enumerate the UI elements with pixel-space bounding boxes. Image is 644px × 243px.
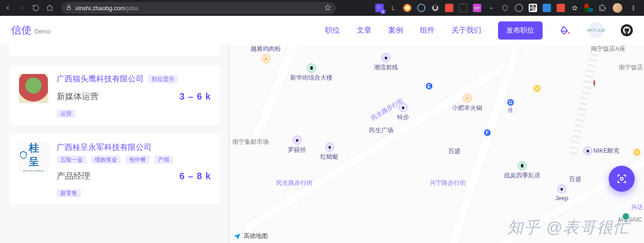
browser-toolbar: xinshi.zhaobg.com/jobs 6 L RP ❧ ✿: [0, 0, 644, 16]
nav-cases[interactable]: 案例: [388, 26, 403, 35]
svg-point-9: [568, 32, 570, 34]
kebab-menu-icon[interactable]: [628, 3, 638, 13]
job-card-prev-stub[interactable]: [9, 45, 220, 57]
brand-sub: Demo: [34, 28, 51, 35]
scan-fab-button[interactable]: [609, 166, 635, 192]
extensions-puzzle-icon[interactable]: [598, 4, 607, 12]
map-road-dashed: [569, 45, 606, 156]
main-split: 广西猫头鹰科技有限公司 职位晋升 新媒体运营 3 – 6 k 运营 桂呈 GUI…: [0, 45, 644, 243]
map-poi[interactable]: 潮流前线: [374, 53, 398, 72]
profile-avatar[interactable]: [612, 3, 623, 13]
perk-badge: 包中餐: [126, 155, 150, 164]
brand[interactable]: 信使 Demo: [11, 23, 51, 37]
ext-grid-icon[interactable]: [584, 4, 593, 12]
svg-point-12: [466, 98, 468, 99]
svg-point-7: [633, 7, 634, 8]
nav-articles[interactable]: 文章: [357, 26, 372, 35]
perk-badge: 产假: [154, 155, 173, 164]
company-logo: [19, 74, 48, 103]
lock-icon: [66, 5, 72, 12]
nav-about[interactable]: 关于我们: [451, 26, 481, 35]
ext-red-icon[interactable]: [445, 4, 453, 12]
home-button[interactable]: [45, 3, 55, 13]
ext-flower-icon[interactable]: ✿: [571, 4, 579, 12]
map-label: 南宁饭店: [619, 63, 643, 72]
map-poi[interactable]: 红蜻蜓: [320, 142, 339, 161]
map-poi[interactable]: 战岚四季乱语: [504, 161, 540, 180]
github-icon[interactable]: [621, 24, 633, 36]
ext-blue-icon[interactable]: [543, 4, 551, 12]
reload-button[interactable]: [31, 3, 41, 13]
svg-point-8: [633, 9, 634, 10]
map-letter-pin[interactable]: F: [483, 128, 491, 137]
address-bar[interactable]: xinshi.zhaobg.com/jobs: [61, 2, 336, 14]
perk-badge: 绩效奖金: [91, 155, 121, 164]
svg-point-10: [265, 58, 266, 60]
job-list-panel[interactable]: 广西猫头鹰科技有限公司 职位晋升 新媒体运营 3 – 6 k 运营 桂呈 GUI…: [0, 45, 230, 243]
map-poi[interactable]: 百盛: [569, 175, 581, 183]
road-label: 兴达: [631, 203, 643, 211]
job-tag: 新零售: [57, 189, 81, 197]
svg-rect-5: [533, 8, 535, 10]
svg-rect-13: [521, 164, 524, 168]
perk-badge: 职位晋升: [148, 75, 178, 83]
map-poi[interactable]: 百盛: [448, 147, 460, 155]
bookmark-star-icon[interactable]: [325, 4, 331, 12]
map-letter-pin[interactable]: G: [506, 98, 515, 107]
svg-rect-0: [67, 7, 71, 9]
nav-jobs[interactable]: 职位: [325, 26, 340, 35]
ext-qr-icon[interactable]: [529, 4, 537, 12]
nav-components[interactable]: 组件: [420, 26, 435, 35]
ext-leaf-icon[interactable]: ❧: [487, 4, 495, 12]
road-label: 兴宁路步行街: [430, 179, 466, 187]
app-header: 信使 Demo 职位 文章 案例 组件 关于我们 发布职位 WHT.JOB: [0, 16, 644, 45]
company-name: 广西桂呈永军科技有限公司: [57, 142, 152, 153]
mcdonalds-icon[interactable]: M: [633, 148, 641, 156]
job-title: 新媒体运营: [57, 91, 99, 102]
main-nav: 职位 文章 案例 组件 关于我们 发布职位 WHT.JOB: [325, 21, 633, 40]
paint-bucket-icon[interactable]: [559, 24, 571, 36]
ext-letter-icon[interactable]: L: [389, 4, 398, 12]
company-name: 广西猫头鹰科技有限公司: [57, 74, 144, 84]
ext-badge-icon[interactable]: 6: [375, 4, 384, 12]
user-avatar[interactable]: WHT.JOB: [588, 22, 604, 38]
ext-ring-icon[interactable]: [515, 4, 523, 12]
extension-tray: 6 L RP ❧ ✿: [375, 3, 641, 13]
back-button[interactable]: [3, 3, 13, 13]
perk-badge: 五险一金: [57, 155, 86, 164]
map-poi[interactable]: 新华街综合大楼: [290, 63, 332, 82]
url-host: xinshi.zhaobg.com/jobs: [75, 5, 138, 12]
map-view[interactable]: 民生路步行街 民生路步行街 兴宁路步行街 兴达 1号线 越雅鸡肉粉 新华街综合大…: [230, 45, 644, 243]
ext-dashed-icon[interactable]: [459, 4, 467, 12]
svg-point-16: [620, 177, 623, 180]
map-poi[interactable]: 越雅鸡肉粉: [251, 45, 281, 63]
map-poi[interactable]: 罗丽丝: [288, 135, 306, 154]
svg-point-6: [633, 6, 634, 7]
map-poi[interactable]: 特步: [397, 103, 409, 122]
ext-red2-icon[interactable]: [557, 4, 565, 12]
ext-circle-1-icon[interactable]: [403, 4, 412, 12]
map-dot-icon[interactable]: [622, 212, 630, 221]
map-poi[interactable]: 小肥羊火锅: [452, 94, 482, 112]
ext-circle-3-icon[interactable]: [431, 4, 439, 12]
job-tag: 运营: [57, 109, 75, 118]
mcdonalds-icon[interactable]: M: [533, 84, 541, 93]
post-job-button[interactable]: 发布职位: [498, 21, 543, 40]
ext-shield-icon[interactable]: [501, 4, 509, 12]
map-poi[interactable]: NIKE耐克: [583, 146, 619, 155]
forward-button[interactable]: [17, 3, 27, 13]
job-salary: 6 – 8 k: [179, 171, 211, 182]
ext-rp-icon[interactable]: RP: [473, 4, 481, 12]
job-card[interactable]: 桂呈 GUICHENG 广西桂呈永军科技有限公司 五险一金 绩效奖金 包中餐 产…: [9, 134, 220, 205]
map-poi[interactable]: Jeep: [555, 184, 568, 202]
map-letter-pin[interactable]: E: [425, 82, 433, 90]
user-avatar-text: WHT.JOB: [587, 28, 605, 33]
svg-rect-4: [530, 8, 532, 11]
svg-marker-1: [325, 5, 331, 10]
svg-rect-3: [533, 5, 536, 7]
map-poi[interactable]: 民生广场: [369, 126, 393, 135]
compass-icon: [589, 78, 599, 88]
job-card[interactable]: 广西猫头鹰科技有限公司 职位晋升 新媒体运营 3 – 6 k 运营: [9, 65, 220, 125]
job-salary: 3 – 6 k: [179, 91, 211, 102]
ext-circle-2-icon[interactable]: [417, 4, 425, 12]
